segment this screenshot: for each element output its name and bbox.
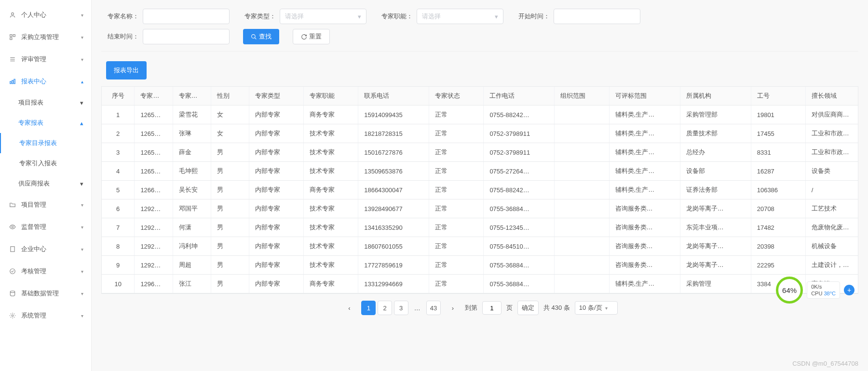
table-cell: 内部专家 xyxy=(249,143,303,162)
table-cell: 内部专家 xyxy=(249,275,303,293)
table-cell: 18607601055 xyxy=(358,237,429,256)
sidebar-item-procurement[interactable]: 采购立项管理 ▾ xyxy=(0,26,91,48)
pager-prev[interactable]: ‹ xyxy=(342,301,356,315)
table-cell: 1266… xyxy=(135,181,173,199)
table-header: 专家… xyxy=(173,87,211,106)
table-cell: 9 xyxy=(102,256,135,275)
svg-rect-3 xyxy=(10,38,12,40)
divider xyxy=(101,51,858,52)
table-cell: 13928490677 xyxy=(358,199,429,218)
table-cell: 1292… xyxy=(135,218,173,237)
table-cell: 16287 xyxy=(751,162,805,181)
table-cell: 15914099435 xyxy=(358,106,429,124)
table-row[interactable]: 41265…毛坤熙男内部专家技术专家13509653876正常0755-2726… xyxy=(102,162,858,181)
sidebar-item-assessment[interactable]: 考核管理 ▾ xyxy=(0,260,91,282)
table-cell: 1265… xyxy=(135,124,173,143)
plus-icon[interactable]: + xyxy=(844,285,854,295)
sidebar-sub-expert-report[interactable]: 专家报表 ▴ xyxy=(0,113,91,133)
expert-role-select[interactable]: 请选择 xyxy=(417,9,503,24)
table-cell: 正常 xyxy=(429,199,484,218)
table-cell: 17482 xyxy=(751,218,805,237)
table-cell: 0755-12345… xyxy=(484,218,555,237)
table-cell xyxy=(555,124,609,143)
table-cell: 0755-27264… xyxy=(484,162,555,181)
sidebar-sub-supplier-report[interactable]: 供应商报表 ▾ xyxy=(0,173,91,194)
pager-total: 共 430 条 xyxy=(543,304,570,312)
table-row[interactable]: 11265…梁雪花女内部专家商务专家15914099435正常0755-8824… xyxy=(102,106,858,124)
svg-rect-1 xyxy=(10,35,12,37)
filter-label-start: 开始时间： xyxy=(517,12,550,21)
table-cell: 男 xyxy=(211,143,249,162)
sidebar-item-reports[interactable]: 报表中心 ▴ xyxy=(0,70,91,93)
pager-page[interactable]: 3 xyxy=(394,301,408,315)
sidebar-sub2-expert-dir[interactable]: 专家目录报表 xyxy=(0,133,91,153)
table-row[interactable]: 71292…何潇男内部专家技术专家13416335290正常0755-12345… xyxy=(102,218,858,237)
sidebar-item-personal[interactable]: 个人中心 ▾ xyxy=(0,4,91,26)
search-button[interactable]: 查找 xyxy=(243,29,279,44)
table-row[interactable]: 51266…吴长安男内部专家商务专家18664300047正常0755-8824… xyxy=(102,181,858,199)
sidebar-item-basedata[interactable]: 基础数据管理 ▾ xyxy=(0,282,91,305)
table-header: 联系电话 xyxy=(358,87,429,106)
sidebar-item-label: 监督管理 xyxy=(21,223,81,231)
table-row[interactable]: 91292…周超男内部专家技术专家17727859619正常0755-36884… xyxy=(102,256,858,275)
table-cell: 1265… xyxy=(135,162,173,181)
reset-button[interactable]: 重置 xyxy=(293,29,330,44)
table-cell: 男 xyxy=(211,181,249,199)
table-cell: 咨询服务类… xyxy=(609,237,680,256)
sidebar-item-project-mgmt[interactable]: 项目管理 ▾ xyxy=(0,194,91,216)
table-cell: 女 xyxy=(211,124,249,143)
sidebar-sub2-expert-import[interactable]: 专家引入报表 xyxy=(0,153,91,173)
table-cell xyxy=(555,199,609,218)
sidebar-item-enterprise[interactable]: 企业中心 ▾ xyxy=(0,238,91,260)
sidebar-sub2-label: 专家引入报表 xyxy=(19,159,57,167)
table-cell: 张琳 xyxy=(173,124,211,143)
table-cell: 0752-3798911 xyxy=(484,143,555,162)
table-cell: 男 xyxy=(211,256,249,275)
svg-line-18 xyxy=(255,38,256,39)
sidebar-sub-project-report[interactable]: 项目报表 ▾ xyxy=(0,93,91,113)
sidebar-item-supervise[interactable]: 监督管理 ▾ xyxy=(0,216,91,238)
pager-confirm-button[interactable]: 确定 xyxy=(517,301,539,315)
table-cell: 3 xyxy=(102,143,135,162)
sidebar-item-system[interactable]: 系统管理 ▾ xyxy=(0,305,91,327)
filter-label-name: 专家名称： xyxy=(106,12,139,21)
table-cell: 何潇 xyxy=(173,218,211,237)
table-cell xyxy=(555,218,609,237)
table-cell: 男 xyxy=(211,275,249,293)
expert-type-select[interactable]: 请选择 xyxy=(280,9,366,24)
table-cell: 20708 xyxy=(751,199,805,218)
list-icon xyxy=(9,55,16,63)
table-cell: 技术专家 xyxy=(304,199,358,218)
start-time-input[interactable] xyxy=(554,9,640,24)
end-time-input[interactable] xyxy=(143,29,230,44)
pager-page[interactable]: 2 xyxy=(378,301,392,315)
sidebar-item-review[interactable]: 评审管理 ▾ xyxy=(0,48,91,70)
table-cell: 龙岗等离子… xyxy=(680,199,751,218)
check-icon xyxy=(9,267,16,275)
expert-name-input[interactable] xyxy=(143,9,230,24)
table-row[interactable]: 61292…邓国平男内部专家技术专家13928490677正常0755-3688… xyxy=(102,199,858,218)
sidebar-sub2-label: 专家目录报表 xyxy=(19,139,57,146)
pager-size-select[interactable]: 10 条/页 xyxy=(575,301,618,315)
chart-icon xyxy=(9,78,16,85)
export-button[interactable]: 报表导出 xyxy=(106,61,147,80)
main-content: 专家名称： 专家类型： 请选择 专家职能： 请选择 开始时间： 结束时间： xyxy=(92,0,868,371)
table-row[interactable]: 81292…冯利坤男内部专家技术专家18607601055正常0755-8451… xyxy=(102,237,858,256)
table-cell: 龙岗等离子… xyxy=(680,256,751,275)
table-cell: 13416335290 xyxy=(358,218,429,237)
table-row[interactable]: 31265…薛金男内部专家技术专家15016727876正常0752-37989… xyxy=(102,143,858,162)
filter-row-1: 专家名称： 专家类型： 请选择 专家职能： 请选择 开始时间： xyxy=(101,0,858,29)
table-cell xyxy=(555,143,609,162)
search-icon xyxy=(251,34,257,40)
pager-page[interactable]: 43 xyxy=(426,301,441,315)
table-row[interactable]: 21265…张琳女内部专家技术专家18218728315正常0752-37989… xyxy=(102,124,858,143)
pager-goto-input[interactable] xyxy=(482,301,502,315)
chevron-down-icon: ▾ xyxy=(81,225,83,230)
table-cell: 8331 xyxy=(751,143,805,162)
pager-page[interactable]: 1 xyxy=(361,301,376,315)
table-cell: 东莞丰业项… xyxy=(680,218,751,237)
pager-next[interactable]: › xyxy=(446,301,460,315)
table-cell: 男 xyxy=(211,199,249,218)
table-cell: 总经办 xyxy=(680,143,751,162)
table-row[interactable]: 101296…张江男内部专家商务专家13312994669正常0755-3688… xyxy=(102,275,858,293)
